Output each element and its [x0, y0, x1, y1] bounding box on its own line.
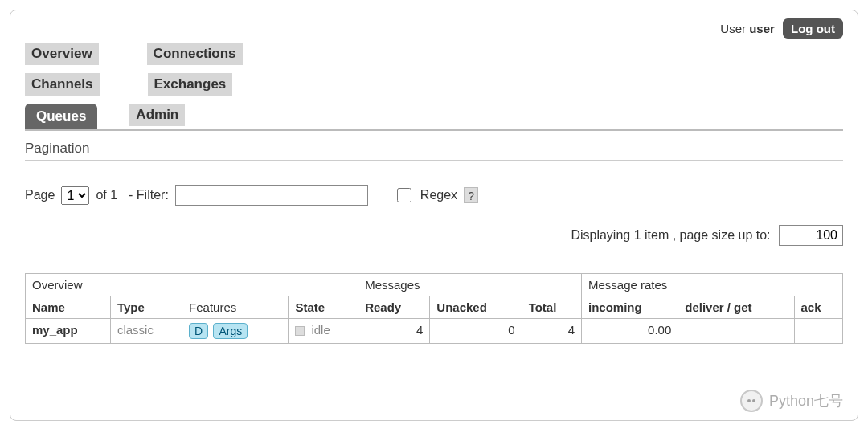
watermark: Python七号 — [740, 390, 843, 412]
filter-input[interactable] — [175, 185, 368, 206]
user-label: User — [720, 22, 746, 35]
feature-durable-badge: D — [189, 323, 208, 339]
user-bar: User user Log out — [720, 18, 843, 39]
regex-label: Regex — [420, 188, 457, 202]
cell-incoming: 0.00 — [581, 319, 678, 344]
col-ready[interactable]: Ready — [358, 296, 430, 319]
page-of: of 1 — [96, 188, 117, 202]
page-select[interactable]: 1 — [61, 186, 89, 205]
tab-channels[interactable]: Channels — [25, 73, 100, 96]
cell-features: D Args — [182, 319, 289, 344]
watermark-text: Python七号 — [769, 391, 843, 411]
state-text: idle — [311, 323, 330, 337]
cell-ready: 4 — [358, 319, 430, 344]
col-ack[interactable]: ack — [794, 296, 842, 319]
cell-type: classic — [110, 319, 182, 344]
cell-ack — [794, 319, 842, 344]
nav-tabs: Overview Connections Channels Exchanges … — [25, 43, 843, 131]
filter-label: - Filter: — [129, 188, 169, 202]
col-deliver[interactable]: deliver / get — [678, 296, 794, 319]
table-group-row: Overview Messages Message rates — [26, 274, 843, 296]
displaying-row: Displaying 1 item , page size up to: — [25, 225, 843, 246]
displaying-text: Displaying 1 item , page size up to: — [571, 228, 770, 242]
cell-unacked: 0 — [430, 319, 522, 344]
feature-args-badge: Args — [213, 323, 248, 339]
pagination-header: Pagination — [25, 141, 843, 161]
tab-overview[interactable]: Overview — [25, 43, 99, 65]
col-unacked[interactable]: Unacked — [430, 296, 522, 319]
regex-checkbox[interactable] — [397, 188, 411, 202]
tab-queues[interactable]: Queues — [25, 104, 97, 129]
tab-admin[interactable]: Admin — [129, 104, 185, 126]
col-state[interactable]: State — [289, 296, 358, 319]
col-incoming[interactable]: incoming — [581, 296, 678, 319]
tab-exchanges[interactable]: Exchanges — [148, 73, 233, 96]
pagination-row: Page 1 of 1 - Filter: Regex ? — [25, 185, 843, 206]
page-label: Page — [25, 188, 55, 202]
cell-total: 4 — [522, 319, 581, 344]
cell-state: idle — [289, 319, 358, 344]
main-panel: User user Log out Overview Connections C… — [10, 10, 858, 421]
group-rates: Message rates — [581, 274, 842, 296]
regex-help-icon[interactable]: ? — [464, 187, 478, 203]
state-indicator-icon — [295, 326, 305, 336]
username: user — [749, 22, 775, 35]
queues-table: Overview Messages Message rates Name Typ… — [25, 273, 843, 344]
group-messages: Messages — [358, 274, 582, 296]
page-size-input[interactable] — [779, 225, 843, 246]
cell-deliver — [678, 319, 794, 344]
group-overview: Overview — [26, 274, 358, 296]
cell-name[interactable]: my_app — [26, 319, 111, 344]
table-row[interactable]: my_app classic D Args idle 4 0 4 0.00 — [26, 319, 843, 344]
tab-connections[interactable]: Connections — [147, 43, 243, 65]
table-header-row: Name Type Features State Ready Unacked T… — [26, 296, 843, 319]
col-features[interactable]: Features — [182, 296, 289, 319]
wechat-icon — [740, 390, 763, 412]
col-name[interactable]: Name — [26, 296, 111, 319]
col-total[interactable]: Total — [522, 296, 581, 319]
col-type[interactable]: Type — [110, 296, 182, 319]
logout-button[interactable]: Log out — [783, 18, 843, 39]
